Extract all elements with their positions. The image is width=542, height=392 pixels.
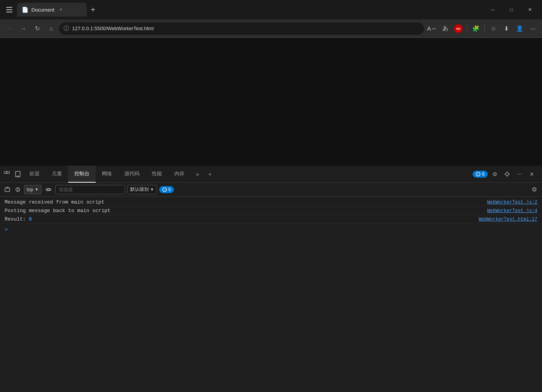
devtools-add-tab-button[interactable]: + xyxy=(205,169,215,180)
downloads-button[interactable]: ⬇ xyxy=(500,22,513,35)
devtools-tab-elements[interactable]: 元素 xyxy=(46,166,68,183)
devtools-tab-performance[interactable]: 性能 xyxy=(146,166,168,183)
address-input-wrap[interactable]: ⓘ 127.0.0.1:5500/WebWorkerTest.html xyxy=(59,22,424,35)
new-tab-button[interactable]: + xyxy=(87,3,99,16)
svg-rect-2 xyxy=(6,12,12,12)
tab-close-button[interactable]: × xyxy=(57,6,64,13)
refresh-button[interactable]: ↻ xyxy=(31,22,43,35)
tab-title: Document xyxy=(31,7,54,13)
devtools-tab-console[interactable]: 控制台 xyxy=(68,166,96,183)
svg-text:i: i xyxy=(164,188,165,191)
svg-rect-14 xyxy=(5,188,10,192)
console-prompt-area[interactable]: > xyxy=(0,224,542,235)
console-clear-button[interactable] xyxy=(3,185,12,194)
devtools-inspect-button[interactable] xyxy=(2,169,12,180)
console-message-badge: i 6 xyxy=(159,186,174,193)
devtools-tabs-more: » + xyxy=(192,169,215,180)
svg-rect-1 xyxy=(6,9,12,10)
console-text-2: Posting message back to main script xyxy=(5,208,110,214)
svg-point-20 xyxy=(47,188,49,190)
devtools-more-button[interactable]: ⋯ xyxy=(514,169,525,180)
profile-button[interactable]: 👤 xyxy=(513,22,526,35)
console-line-2: Posting message back to main script WebW… xyxy=(0,207,542,215)
address-bar: ← → ↻ ⌂ ⓘ 127.0.0.1:5500/WebWorkerTest.h… xyxy=(0,19,542,38)
svg-rect-4 xyxy=(7,171,9,173)
top-context-selector[interactable]: top ▼ xyxy=(24,185,41,194)
window-controls: ─ □ ✕ xyxy=(484,3,539,16)
devtools-tab-bar: 欢迎 元素 控制台 网络 源代码 性能 内存 » + i 6 xyxy=(0,166,542,183)
console-eye-button[interactable] xyxy=(44,185,53,194)
info-icon: ⓘ xyxy=(64,25,69,32)
svg-point-9 xyxy=(506,173,509,176)
devtools-dock-button[interactable] xyxy=(502,169,513,180)
extensions-divider-2 xyxy=(484,25,485,33)
console-text-3: Result: 6 xyxy=(5,216,32,222)
svg-rect-0 xyxy=(6,7,12,8)
extensions-button[interactable]: 🧩 xyxy=(470,22,482,35)
address-text: 127.0.0.1:5500/WebWorkerTest.html xyxy=(72,26,154,31)
console-toolbar-right: ⚙ xyxy=(530,185,539,194)
more-button[interactable]: ⋯ xyxy=(527,22,539,35)
console-result-value: 6 xyxy=(29,216,32,222)
devtools-tab-sources[interactable]: 源代码 xyxy=(118,166,146,183)
page-content xyxy=(0,38,542,166)
title-bar: 📄 Document × + ─ □ ✕ xyxy=(0,0,542,19)
devtools-panel: 欢迎 元素 控制台 网络 源代码 性能 内存 » + i 6 xyxy=(0,166,542,392)
devtools-settings-button[interactable]: ⚙ xyxy=(489,169,500,180)
favorites-button[interactable]: ☆ xyxy=(487,22,499,35)
extension-icon: oo xyxy=(454,24,463,33)
prompt-arrow-icon: > xyxy=(5,226,8,232)
sidebar-toggle-button[interactable] xyxy=(3,3,15,16)
console-link-1[interactable]: WebWorkerTest.js:2 xyxy=(487,200,537,205)
maximize-button[interactable]: □ xyxy=(502,3,520,16)
toolbar-right: A↔ あ oo 🧩 ☆ ⬇ 👤 ⋯ xyxy=(426,22,539,35)
extensions-divider xyxy=(467,25,467,33)
read-aloud-button[interactable]: あ xyxy=(439,22,451,35)
chevron-down-icon: ▼ xyxy=(35,187,39,192)
console-filter-input[interactable] xyxy=(55,185,125,194)
devtools-tab-network[interactable]: 网络 xyxy=(96,166,118,183)
console-text-1: Message received from main script xyxy=(5,199,104,205)
devtools-more-tabs-button[interactable]: » xyxy=(192,169,203,180)
console-link-2[interactable]: WebWorkerTest.js:4 xyxy=(487,208,537,214)
document-icon: 📄 xyxy=(22,7,28,13)
browser-extension-btn[interactable]: oo xyxy=(452,22,465,35)
back-button[interactable]: ← xyxy=(3,22,15,35)
devtools-tab-memory[interactable]: 内存 xyxy=(168,166,191,183)
devtools-message-badge: i 6 xyxy=(473,171,488,178)
tab-bar: 📄 Document × + xyxy=(17,3,482,17)
svg-rect-3 xyxy=(4,171,6,173)
devtools-close-button[interactable]: ✕ xyxy=(527,169,537,180)
chevron-down-icon-2: ▼ xyxy=(150,187,154,192)
console-line-3: Result: 6 WebWorkerTest.html:17 xyxy=(0,215,542,224)
console-link-3[interactable]: WebWorkerTest.html:17 xyxy=(479,217,537,222)
close-button[interactable]: ✕ xyxy=(521,3,539,16)
console-toolbar: top ▼ 默认级别 ▼ i 6 ⚙ xyxy=(0,183,542,197)
translate-button[interactable]: A↔ xyxy=(426,22,438,35)
console-line-1: Message received from main script WebWor… xyxy=(0,198,542,207)
devtools-tab-welcome[interactable]: 欢迎 xyxy=(23,166,46,183)
devtools-device-toggle[interactable] xyxy=(12,169,23,180)
console-level-selector[interactable]: 默认级别 ▼ xyxy=(127,185,157,194)
forward-button[interactable]: → xyxy=(17,22,29,35)
home-button[interactable]: ⌂ xyxy=(45,22,57,35)
console-filter-button[interactable] xyxy=(14,185,22,194)
minimize-button[interactable]: ─ xyxy=(484,3,502,16)
console-settings-button[interactable]: ⚙ xyxy=(530,185,539,194)
svg-text:i: i xyxy=(478,173,479,176)
browser-tab-document[interactable]: 📄 Document × xyxy=(17,3,87,17)
devtools-right-controls: i 6 ⚙ ⋯ ✕ xyxy=(473,169,540,180)
console-output: Message received from main script WebWor… xyxy=(0,197,542,392)
